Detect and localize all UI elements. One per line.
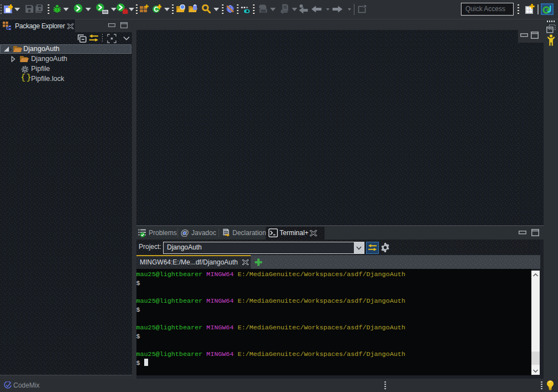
svg-text:@: @ <box>180 228 189 237</box>
